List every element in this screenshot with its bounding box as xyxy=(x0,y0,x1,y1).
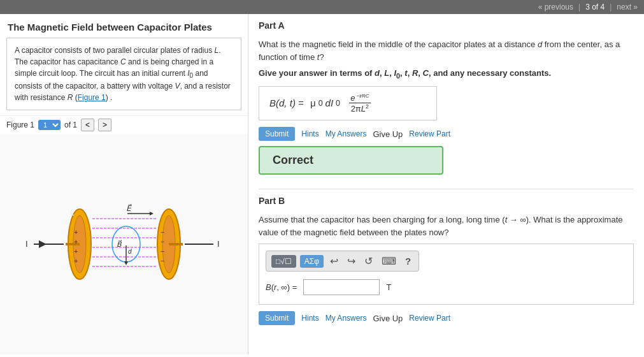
svg-text:L: L xyxy=(70,209,75,217)
divider xyxy=(259,189,634,189)
svg-text:I: I xyxy=(25,239,28,249)
figure-label: Figure 1 xyxy=(6,120,34,129)
part-b-submit-btn[interactable]: Submit xyxy=(259,311,295,325)
part-a-correct-box: Correct xyxy=(259,146,443,175)
svg-text:−: − xyxy=(161,257,164,265)
part-a-numer: e −t⁄RC xyxy=(349,93,370,103)
svg-rect-10 xyxy=(169,243,183,245)
math-toolbar: □√☐ ΑΣφ ↩ ↪ ↺ ⌨ ? xyxy=(266,251,419,272)
figure1-link[interactable]: Figure 1 xyxy=(78,93,106,102)
svg-text:B⃗: B⃗ xyxy=(117,240,122,248)
part-a-give-up: Give Up xyxy=(373,129,403,139)
part-b-answer-box: □√☐ ΑΣφ ↩ ↪ ↺ ⌨ ? B(r, ∞) = T xyxy=(259,244,634,305)
toolbar-undo-icon[interactable]: ↩ xyxy=(327,254,341,268)
figure-prev-btn[interactable]: < xyxy=(81,119,94,131)
toolbar-redo-icon[interactable]: ↪ xyxy=(345,254,358,268)
figure-select[interactable]: 1 xyxy=(38,120,61,130)
svg-text:+: + xyxy=(74,228,78,236)
left-panel: The Magnetic Field between Capacitor Pla… xyxy=(0,14,248,354)
part-a-my-answers-btn[interactable]: My Answers xyxy=(326,129,367,138)
part-b-question: Assume that the capacitor has been charg… xyxy=(259,214,634,238)
part-a-question: What is the magnetic field in the middle… xyxy=(259,38,634,63)
part-a-submit-btn[interactable]: Submit xyxy=(259,127,295,141)
toolbar-greek-btn[interactable]: ΑΣφ xyxy=(300,255,324,268)
part-a-eq-label: B(d, t) = xyxy=(269,98,304,108)
separator-2: | xyxy=(610,3,612,11)
figure-next-btn[interactable]: > xyxy=(98,119,111,131)
svg-text:+: + xyxy=(74,257,78,265)
svg-text:+: + xyxy=(74,238,78,245)
part-a-actions: Submit Hints My Answers Give Up Review P… xyxy=(259,127,634,141)
toolbar-sqrt-btn[interactable]: □√☐ xyxy=(271,255,296,268)
part-b-answer-input[interactable] xyxy=(303,279,380,295)
svg-text:−: − xyxy=(161,238,164,245)
part-b-my-answers-btn[interactable]: My Answers xyxy=(326,314,367,323)
part-a-answer-terms: Give your answer in terms of d, L, I0, t… xyxy=(259,68,634,80)
part-b-review-part-btn[interactable]: Review Part xyxy=(409,314,450,323)
svg-text:−: − xyxy=(161,247,164,255)
top-navigation: « previous | 3 of 4 | next » xyxy=(0,0,644,14)
part-b-give-up: Give Up xyxy=(373,314,403,323)
svg-text:E⃗: E⃗ xyxy=(126,203,132,213)
svg-marker-30 xyxy=(124,261,128,265)
part-a-fraction: e −t⁄RC 2πL2 xyxy=(349,93,370,114)
svg-text:I: I xyxy=(217,239,220,249)
problem-description: A capacitor consists of two parallel cir… xyxy=(6,38,241,110)
part-b-section: Part B Assume that the capacitor has bee… xyxy=(259,196,634,325)
svg-text:d: d xyxy=(128,248,132,255)
svg-text:+: + xyxy=(74,247,78,255)
figure-controls: Figure 1 1 of 1 < > xyxy=(0,115,248,134)
part-b-eq-label: B(r, ∞) = xyxy=(266,282,297,292)
part-b-actions: Submit Hints My Answers Give Up Review P… xyxy=(259,311,634,325)
part-a-eq-rhs: μ0dI0 e −t⁄RC 2πL2 xyxy=(308,93,372,114)
part-b-header: Part B xyxy=(259,196,634,208)
part-b-unit: T xyxy=(386,282,391,292)
part-a-header: Part A xyxy=(259,20,634,33)
separator-1: | xyxy=(578,3,580,11)
previous-link[interactable]: « previous xyxy=(538,3,573,11)
part-a-equation: B(d, t) = μ0dI0 e −t⁄RC 2πL2 xyxy=(259,86,437,121)
part-a-hints-btn[interactable]: Hints xyxy=(301,129,318,138)
toolbar-keyboard-icon[interactable]: ⌨ xyxy=(379,254,399,268)
toolbar-reset-icon[interactable]: ↺ xyxy=(362,254,375,268)
part-b-input-row: B(r, ∞) = T xyxy=(266,277,627,298)
capacitor-diagram: I I xyxy=(10,177,239,311)
problem-title: The Magnetic Field between Capacitor Pla… xyxy=(0,14,248,38)
figure-image: I I xyxy=(0,134,248,354)
svg-text:−: − xyxy=(161,228,164,236)
part-b-hints-btn[interactable]: Hints xyxy=(301,314,318,323)
part-a-review-part-btn[interactable]: Review Part xyxy=(409,129,450,138)
svg-marker-27 xyxy=(150,212,154,215)
next-link[interactable]: next » xyxy=(617,3,638,11)
toolbar-help-icon[interactable]: ? xyxy=(403,254,413,268)
figure-of: of 1 xyxy=(64,120,77,129)
right-panel: Part A What is the magnetic field in the… xyxy=(248,14,644,354)
part-a-section: Part A What is the magnetic field in the… xyxy=(259,20,634,182)
page-position: 3 of 4 xyxy=(585,3,605,11)
part-a-denom: 2πL2 xyxy=(350,103,370,113)
